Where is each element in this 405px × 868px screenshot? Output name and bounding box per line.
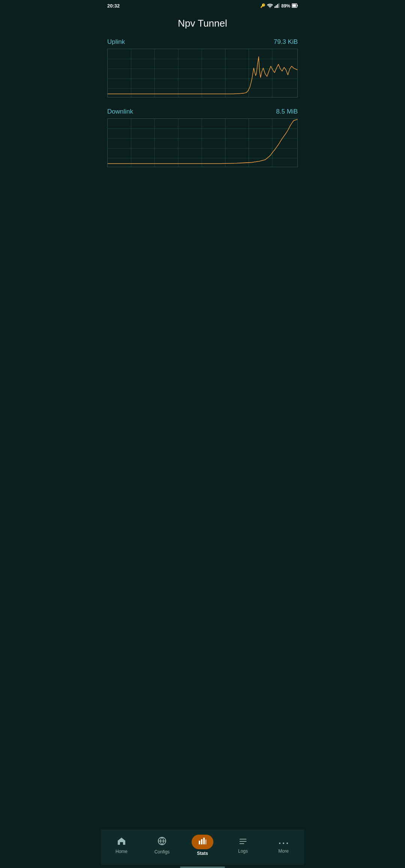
home-icon (117, 837, 126, 847)
svg-rect-33 (201, 839, 202, 844)
svg-rect-1 (274, 6, 276, 8)
svg-point-40 (283, 843, 284, 844)
downlink-section: Downlink 8.5 MiB (107, 108, 298, 167)
uplink-value: 79.3 KiB (274, 38, 298, 46)
nav-home-label: Home (116, 849, 128, 854)
nav-configs-label: Configs (154, 849, 170, 855)
nav-stats[interactable]: Stats (182, 835, 223, 856)
spacer (101, 504, 304, 830)
wifi-icon (267, 3, 273, 9)
uplink-section: Uplink 79.3 KiB (107, 38, 298, 97)
downlink-value: 8.5 MiB (276, 108, 298, 115)
svg-point-39 (279, 843, 280, 844)
status-time: 20:32 (107, 3, 120, 9)
page-title: Npv Tunnel (101, 10, 304, 38)
home-indicator (180, 867, 225, 868)
nav-more[interactable]: More (263, 837, 304, 854)
uplink-header: Uplink 79.3 KiB (107, 38, 298, 46)
main-content: Uplink 79.3 KiB (101, 38, 304, 504)
nav-more-label: More (278, 849, 288, 854)
svg-point-0 (270, 7, 270, 8)
svg-rect-32 (199, 841, 200, 844)
svg-rect-3 (277, 4, 278, 8)
stats-icon (198, 838, 207, 846)
svg-point-41 (286, 843, 288, 844)
nav-stats-label: Stats (197, 851, 208, 856)
uplink-label: Uplink (107, 38, 125, 46)
nav-home[interactable]: Home (101, 837, 142, 854)
status-bar: 20:32 🔑 89% (101, 0, 304, 10)
status-icons: 🔑 89% (260, 3, 298, 9)
downlink-label: Downlink (107, 108, 133, 115)
nav-logs[interactable]: Logs (223, 837, 263, 854)
downlink-chart (107, 118, 298, 167)
svg-rect-6 (297, 5, 298, 6)
nav-logs-label: Logs (238, 849, 248, 854)
logs-icon (239, 837, 247, 847)
battery-icon (292, 3, 298, 9)
configs-icon (158, 837, 166, 848)
bottom-nav: Home Configs Stats (101, 830, 304, 865)
battery-percent: 89% (281, 3, 290, 9)
downlink-header: Downlink 8.5 MiB (107, 108, 298, 115)
svg-rect-2 (276, 5, 277, 8)
more-icon (279, 837, 288, 847)
stats-pill (192, 835, 213, 849)
nav-configs[interactable]: Configs (142, 837, 182, 855)
svg-rect-7 (292, 4, 296, 7)
uplink-chart (107, 49, 298, 97)
svg-rect-34 (203, 838, 205, 844)
vpn-icon: 🔑 (260, 3, 266, 8)
svg-rect-4 (278, 3, 279, 8)
svg-rect-35 (206, 840, 206, 844)
signal-icon (274, 3, 280, 9)
